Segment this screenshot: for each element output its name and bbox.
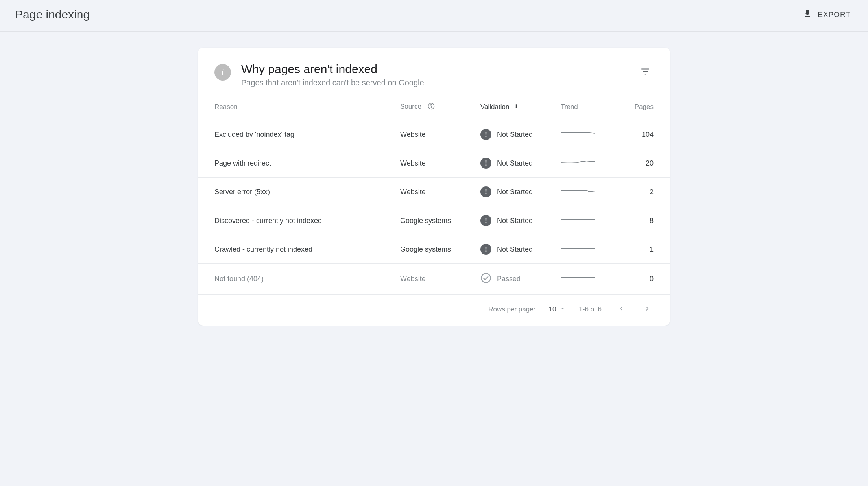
card-title: Why pages aren't indexed: [241, 63, 627, 76]
card-header: i Why pages aren't indexed Pages that ar…: [198, 48, 670, 94]
validation-status: Passed: [497, 275, 521, 283]
next-page-button[interactable]: [641, 302, 654, 316]
validation-cell: Passed: [476, 264, 557, 295]
col-pages-header[interactable]: Pages: [613, 94, 670, 120]
page-title: Page indexing: [15, 8, 90, 21]
rows-per-page-select[interactable]: 10: [549, 306, 565, 313]
source-cell: Google systems: [396, 206, 476, 235]
reason-cell: Not found (404): [198, 264, 396, 295]
table-row[interactable]: Page with redirectWebsite!Not Started20: [198, 149, 670, 178]
pages-cell: 1: [613, 235, 670, 264]
rows-per-page-value: 10: [549, 306, 556, 313]
trend-cell: [557, 120, 613, 149]
export-button[interactable]: EXPORT: [800, 9, 853, 21]
help-icon: [427, 105, 435, 111]
exclamation-icon: !: [480, 186, 491, 197]
source-cell: Website: [396, 120, 476, 149]
exclamation-icon: !: [480, 158, 491, 169]
validation-cell: !Not Started: [476, 120, 557, 149]
reason-cell: Crawled - currently not indexed: [198, 235, 396, 264]
col-source-header[interactable]: Source: [396, 94, 476, 120]
table-row[interactable]: Excluded by 'noindex' tagWebsite!Not Sta…: [198, 120, 670, 149]
validation-status: Not Started: [497, 217, 533, 225]
validation-status: Not Started: [497, 245, 533, 254]
trend-cell: [557, 264, 613, 295]
chevron-right-icon: [643, 308, 651, 314]
exclamation-icon: !: [480, 129, 491, 140]
card-titles: Why pages aren't indexed Pages that aren…: [241, 63, 627, 87]
pages-cell: 2: [613, 178, 670, 206]
reason-cell: Page with redirect: [198, 149, 396, 178]
pagination-range: 1-6 of 6: [579, 306, 602, 313]
trend-cell: [557, 206, 613, 235]
pages-cell: 0: [613, 264, 670, 295]
reason-cell: Discovered - currently not indexed: [198, 206, 396, 235]
sparkline-icon: [561, 130, 595, 138]
export-label: EXPORT: [818, 10, 851, 19]
pages-cell: 104: [613, 120, 670, 149]
sparkline-icon: [561, 274, 595, 282]
validation-status: Not Started: [497, 131, 533, 139]
validation-cell: !Not Started: [476, 206, 557, 235]
reason-cell: Server error (5xx): [198, 178, 396, 206]
reasons-table: Reason Source Validation Trend: [198, 94, 670, 295]
col-validation-header[interactable]: Validation: [476, 94, 557, 120]
trend-cell: [557, 178, 613, 206]
arrow-down-icon: [513, 103, 519, 110]
col-reason-header[interactable]: Reason: [198, 94, 396, 120]
exclamation-icon: !: [480, 215, 491, 226]
trend-cell: [557, 235, 613, 264]
validation-status: Not Started: [497, 188, 533, 196]
svg-point-2: [481, 273, 490, 282]
trend-cell: [557, 149, 613, 178]
table-row[interactable]: Discovered - currently not indexedGoogle…: [198, 206, 670, 235]
table-row[interactable]: Crawled - currently not indexedGoogle sy…: [198, 235, 670, 264]
validation-cell: !Not Started: [476, 235, 557, 264]
sparkline-icon: [561, 216, 595, 224]
pages-cell: 20: [613, 149, 670, 178]
filter-button[interactable]: [637, 63, 654, 81]
info-icon: i: [214, 64, 231, 81]
filter-icon: [640, 72, 650, 78]
validation-status: Not Started: [497, 159, 533, 168]
pagination: Rows per page: 10 1-6 of 6: [198, 295, 670, 326]
table-row[interactable]: Server error (5xx)Website!Not Started2: [198, 178, 670, 206]
table-row[interactable]: Not found (404)WebsitePassed0: [198, 264, 670, 295]
source-cell: Website: [396, 264, 476, 295]
svg-point-1: [431, 107, 431, 108]
col-trend-header[interactable]: Trend: [557, 94, 613, 120]
sparkline-icon: [561, 187, 595, 195]
source-help-button[interactable]: [427, 102, 435, 111]
download-icon: [803, 9, 812, 20]
page-header: Page indexing EXPORT: [0, 0, 868, 32]
rows-per-page-label: Rows per page:: [488, 306, 535, 313]
source-cell: Website: [396, 149, 476, 178]
indexing-card: i Why pages aren't indexed Pages that ar…: [198, 48, 670, 326]
sparkline-icon: [561, 158, 595, 166]
validation-cell: !Not Started: [476, 178, 557, 206]
dropdown-icon: [560, 306, 565, 313]
prev-page-button[interactable]: [615, 302, 628, 316]
source-cell: Website: [396, 178, 476, 206]
reason-cell: Excluded by 'noindex' tag: [198, 120, 396, 149]
chevron-left-icon: [617, 308, 625, 314]
source-cell: Google systems: [396, 235, 476, 264]
checkmark-icon: [480, 272, 491, 285]
pages-cell: 8: [613, 206, 670, 235]
sparkline-icon: [561, 245, 595, 252]
validation-cell: !Not Started: [476, 149, 557, 178]
card-subtitle: Pages that aren't indexed can't be serve…: [241, 78, 627, 87]
exclamation-icon: !: [480, 244, 491, 255]
